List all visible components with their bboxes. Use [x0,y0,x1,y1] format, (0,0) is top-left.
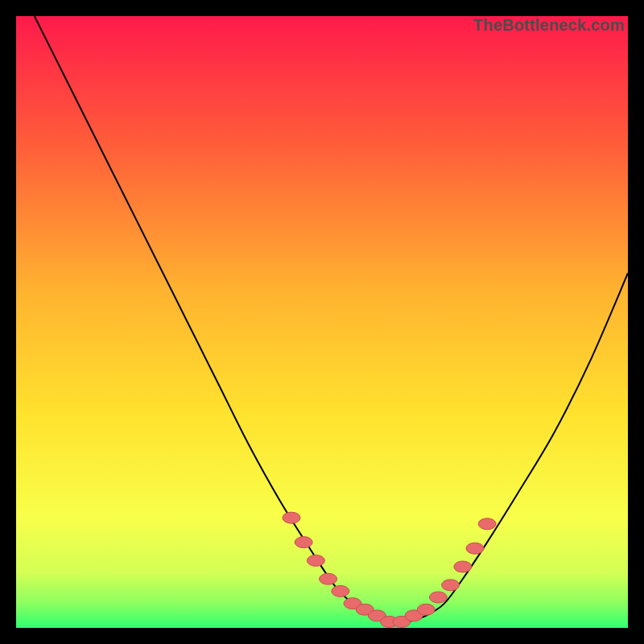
marker-point [332,585,349,597]
marker-point [478,518,496,530]
marker-group [283,512,496,627]
marker-point [429,592,447,603]
plot-area: TheBottleneck.com [16,16,628,628]
chart-svg [16,16,628,628]
watermark-text: TheBottleneck.com [473,16,625,35]
marker-point [320,573,337,584]
marker-point [466,543,484,554]
marker-point [283,512,300,523]
bottleneck-curve-path [35,16,628,622]
marker-point [442,580,460,591]
marker-point [295,537,312,548]
marker-point [454,561,472,572]
marker-point [417,604,435,615]
marker-point [307,555,324,566]
chart-frame: TheBottleneck.com [0,0,644,644]
